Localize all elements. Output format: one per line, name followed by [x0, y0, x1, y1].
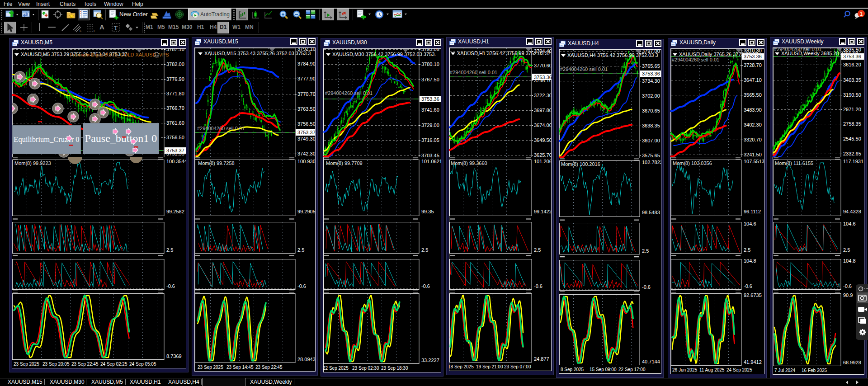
svg-text:F: F: [94, 29, 96, 33]
svg-text:3702.00: 3702.00: [642, 93, 660, 99]
svg-text:22 Sep 2025: 22 Sep 2025: [323, 366, 349, 371]
svg-text:#294004260 sell 0.01: #294004260 sell 0.01: [560, 66, 608, 72]
svg-text:3607.00: 3607.00: [642, 138, 660, 143]
svg-text:#294004260 sell 0.01: #294004260 sell 0.01: [325, 90, 373, 96]
svg-text:2758.35: 2758.35: [843, 121, 861, 127]
svg-text:102.7822: 102.7822: [642, 160, 661, 165]
svg-text:-0.6: -0.6: [421, 283, 430, 289]
svg-text:3792.10: 3792.10: [297, 47, 316, 52]
svg-text:3810.30: 3810.30: [744, 48, 762, 53]
svg-text:-0.6: -0.6: [843, 283, 852, 289]
svg-text:23 Sep 2025: 23 Sep 2025: [14, 362, 39, 367]
svg-text:23 Sep 20:05: 23 Sep 20:05: [42, 362, 70, 367]
svg-text:3753.36: 3753.36: [744, 54, 762, 59]
svg-text:Mom(8) 99.7258: Mom(8) 99.7258: [198, 160, 235, 166]
svg-text:3794.40: 3794.40: [534, 48, 552, 54]
svg-text:23 Sep 22:45: 23 Sep 22:45: [255, 365, 283, 370]
svg-text:1: 1: [860, 11, 863, 17]
svg-text:90.9: 90.9: [843, 292, 853, 298]
svg-text:100.9302: 100.9302: [297, 159, 316, 164]
svg-text:101.2066: 101.2066: [534, 159, 552, 164]
svg-text:3402.30: 3402.30: [744, 122, 762, 127]
svg-text:3190.50: 3190.50: [843, 92, 861, 98]
svg-text:3697.80: 3697.80: [534, 108, 552, 113]
svg-text:2545.50: 2545.50: [843, 136, 861, 141]
svg-text:2.5: 2.5: [534, 247, 541, 253]
svg-text:#294004260 sell 0.01: #294004260 sell 0.01: [672, 57, 719, 62]
svg-text:2332.65: 2332.65: [843, 151, 861, 156]
svg-text:3770.60: 3770.60: [534, 63, 552, 68]
svg-text:3575.65: 3575.65: [642, 153, 660, 158]
svg-text:19 Sep 21:00: 19 Sep 21:00: [476, 364, 503, 369]
svg-text:16 Feb 2025: 16 Feb 2025: [802, 368, 827, 373]
svg-text:98.5483: 98.5483: [642, 210, 660, 215]
svg-text:3703.45: 3703.45: [421, 153, 439, 158]
svg-text:92.6735: 92.6735: [744, 292, 762, 298]
svg-text:3782.00: 3782.00: [166, 61, 184, 67]
svg-text:18 Sep 2025: 18 Sep 2025: [449, 364, 474, 369]
svg-text:104.8: 104.8: [843, 258, 856, 264]
svg-text:Mom(8) 103.0356: Mom(8) 103.0356: [673, 160, 712, 166]
svg-text:3793.05: 3793.05: [421, 48, 439, 52]
svg-text:3756.50: 3756.50: [166, 135, 184, 140]
svg-text:3483.90: 3483.90: [744, 107, 762, 113]
svg-text:-0.6: -0.6: [166, 283, 175, 289]
svg-text:23 Sep 2025: 23 Sep 2025: [198, 365, 223, 370]
svg-text:3787.10: 3787.10: [166, 48, 184, 52]
svg-text:104.8: 104.8: [744, 258, 756, 264]
svg-text:-0.6: -0.6: [534, 283, 542, 289]
svg-text:3616.20: 3616.20: [843, 62, 861, 67]
svg-text:#294004260 sell 0.01: #294004260 sell 0.01: [774, 47, 821, 52]
svg-text:3565.50: 3565.50: [744, 92, 762, 98]
svg-text:3776.90: 3776.90: [166, 76, 184, 82]
svg-text:33.2227: 33.2227: [421, 358, 439, 363]
svg-text:2.5: 2.5: [166, 247, 173, 253]
svg-text:Mom(8) 100.2016: Mom(8) 100.2016: [561, 161, 600, 167]
svg-text:2.5: 2.5: [843, 247, 850, 253]
svg-text:3729.00: 3729.00: [421, 122, 439, 128]
svg-text:3777.90: 3777.90: [297, 76, 316, 81]
svg-text:23 Sep 02:30: 23 Sep 02:30: [352, 366, 379, 371]
svg-text:8 Sep 2025: 8 Sep 2025: [561, 367, 584, 372]
svg-text:22 Sep 17:00: 22 Sep 17:00: [618, 367, 646, 372]
svg-text:3766.70: 3766.70: [166, 105, 184, 111]
svg-text:3638.35: 3638.35: [642, 123, 660, 128]
svg-text:104.6: 104.6: [744, 221, 756, 226]
svg-text:40.7144: 40.7144: [642, 359, 660, 364]
svg-text:28.0943: 28.0943: [297, 357, 316, 362]
svg-text:#294004260 sell 0.01: #294004260 sell 0.01: [450, 70, 497, 75]
svg-text:3770.70: 3770.70: [297, 91, 316, 97]
svg-text:3753.36: 3753.36: [421, 96, 439, 102]
svg-text:23 Sep 22:45: 23 Sep 22:45: [71, 362, 99, 367]
svg-text:117.1931: 117.1931: [843, 159, 863, 164]
svg-text:3674.00: 3674.00: [534, 122, 552, 128]
svg-text:96.1112: 96.1112: [744, 209, 761, 214]
svg-text:11 Aug 2025: 11 Aug 2025: [699, 367, 725, 372]
svg-text:3625.70: 3625.70: [534, 152, 552, 158]
svg-text:2971.20: 2971.20: [843, 107, 861, 112]
svg-text:3753.36: 3753.36: [534, 75, 552, 80]
svg-text:3763.50: 3763.50: [297, 106, 316, 112]
svg-text:3756.50: 3756.50: [297, 121, 316, 127]
svg-text:15 Sep 09:00: 15 Sep 09:00: [590, 367, 617, 372]
svg-text:2.5: 2.5: [421, 247, 428, 253]
svg-text:94.4328: 94.4328: [843, 209, 861, 214]
svg-text:XAUUSD,M30 3756.42 3756.99 37: XAUUSD,M30 3756.42 3756.99 3752.03 3753.: [332, 52, 436, 57]
svg-text:3797.00: 3797.00: [642, 49, 660, 54]
svg-text:-0.6: -0.6: [297, 283, 306, 289]
svg-text:7 Jul 2024: 7 Jul 2024: [774, 368, 796, 373]
svg-text:3767.50: 3767.50: [421, 77, 439, 82]
svg-text:Mom(8) 99.3660: Mom(8) 99.3660: [451, 160, 487, 166]
svg-text:3670.65: 3670.65: [642, 108, 660, 113]
svg-text:24 Sep 2025: 24 Sep 2025: [726, 367, 752, 372]
svg-text:3722.30: 3722.30: [534, 93, 552, 98]
svg-text:3647.10: 3647.10: [744, 77, 762, 83]
svg-text:Mom(8) 99.9223: Mom(8) 99.9223: [14, 160, 51, 166]
svg-text:26 Jun 2025: 26 Jun 2025: [672, 367, 697, 372]
svg-text:3716.05: 3716.05: [421, 137, 439, 143]
svg-text:3780.10: 3780.10: [421, 61, 439, 67]
svg-text:3771.80: 3771.80: [166, 91, 184, 96]
svg-text:#294004260 sell 0.01: #294004260 sell 0.01: [197, 126, 245, 131]
svg-text:Mom(8) 111.6155: Mom(8) 111.6155: [775, 160, 813, 166]
svg-text:24 Sep 02:25: 24 Sep 02:25: [100, 362, 127, 367]
